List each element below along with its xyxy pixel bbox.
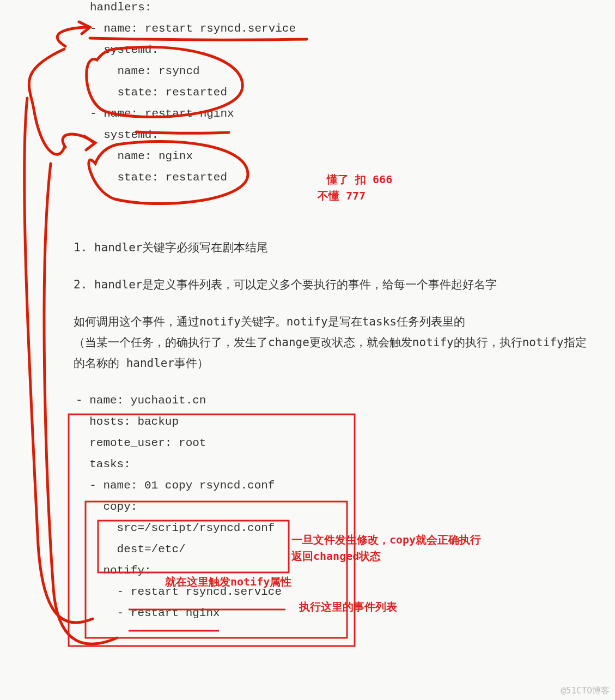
code-line: - name: restart nginx [90, 107, 234, 120]
code-line: state: restarted [90, 86, 227, 99]
code-line: src=/script/rsyncd.conf [76, 522, 275, 534]
watermark: @51CTO博客 [561, 685, 610, 697]
paragraph-block: 1. handler关键字必须写在剧本结尾 2. handler是定义事件列表，… [74, 237, 596, 373]
code-block-top: handlers: - name: restart rsyncd.service… [90, 0, 596, 188]
code-block-bottom: - name: yuchaoit.cn hosts: backup remote… [76, 390, 596, 624]
paragraph-3: 如何调用这个事件，通过notify关键字。notify是写在tasks任务列表里… [74, 311, 596, 373]
code-line: systemd: [90, 44, 159, 56]
document-content: handlers: - name: restart rsyncd.service… [74, 0, 596, 624]
code-line: handlers: [90, 1, 151, 14]
paragraph-3b: （当某一个任务，的确执行了，发生了change更改状态，就会触发notify的执… [74, 336, 587, 370]
code-line: - restart nginx [76, 607, 220, 619]
paragraph-3a: 如何调用这个事件，通过notify关键字。notify是写在tasks任务列表里… [74, 315, 465, 328]
annotation-777: 不懂 777 [318, 188, 366, 204]
annotation-666: 懂了 扣 666 [327, 171, 392, 188]
code-line: tasks: [76, 458, 131, 470]
code-line: dest=/etc/ [76, 543, 186, 556]
annotation-notify: 就在这里触发notify属性 [165, 574, 291, 590]
code-line: systemd: [90, 129, 159, 141]
code-line: copy: [76, 500, 137, 513]
code-line: - name: restart rsyncd.service [90, 22, 296, 35]
code-line: hosts: backup [76, 415, 179, 428]
paragraph-1: 1. handler关键字必须写在剧本结尾 [74, 237, 596, 258]
annotation-copy2: 返回changed状态 [291, 548, 381, 564]
annotation-events: 执行这里的事件列表 [299, 599, 397, 615]
code-line: - name: 01 copy rsyncd.conf [76, 479, 275, 492]
code-line: name: nginx [90, 150, 193, 162]
code-line: remote_user: root [76, 437, 206, 449]
code-line: name: rsyncd [90, 65, 200, 77]
annotation-copy: 一旦文件发生修改，copy就会正确执行 [291, 532, 481, 548]
code-line: notify: [76, 564, 151, 577]
code-line: - name: yuchaoit.cn [76, 394, 206, 407]
paragraph-2: 2. handler是定义事件列表，可以定义多个要执行的事件，给每一个事件起好名… [74, 274, 596, 295]
code-line: state: restarted [90, 171, 227, 184]
